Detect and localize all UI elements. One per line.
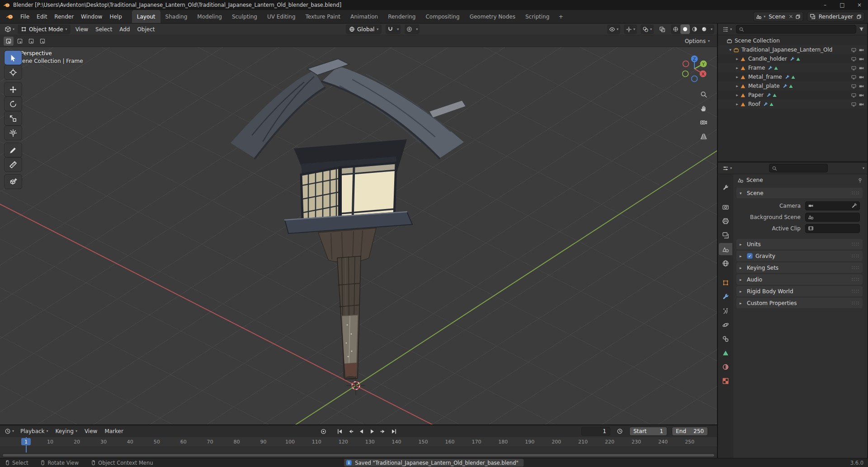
timeline-menu-view[interactable]: View bbox=[81, 428, 101, 434]
outliner-row-traditional-japanese-lantern-old[interactable]: ▾ Traditional_Japanese_Lantern_Old bbox=[718, 45, 867, 54]
viewport-menu-view[interactable]: View bbox=[72, 26, 92, 33]
outliner-row-candle-holder[interactable]: ▸ Candle_holder bbox=[718, 54, 867, 63]
workspace-tab-texture-paint[interactable]: Texture Paint bbox=[301, 10, 345, 23]
properties-tab-data[interactable] bbox=[719, 347, 732, 359]
workspace-tab-layout[interactable]: Layout bbox=[132, 10, 160, 23]
properties-tab-tool[interactable] bbox=[719, 181, 732, 194]
play-button[interactable] bbox=[367, 427, 377, 436]
disable-viewport-icon[interactable] bbox=[851, 47, 857, 53]
properties-tab-output[interactable] bbox=[719, 215, 732, 227]
expand-right-icon[interactable]: ▸ bbox=[734, 102, 740, 106]
proportional-editing-toggle[interactable] bbox=[405, 24, 414, 34]
chevron-down-icon[interactable]: ▾ bbox=[863, 167, 864, 170]
tool-annotate[interactable] bbox=[5, 143, 22, 157]
key-next-button[interactable] bbox=[378, 427, 388, 436]
shading-rendered-button[interactable] bbox=[699, 24, 709, 34]
new-scene-icon[interactable] bbox=[795, 14, 801, 19]
disable-render-icon[interactable] bbox=[859, 65, 864, 71]
panel-keying-sets[interactable]: ▸Keying Sets bbox=[736, 262, 863, 273]
pan-button[interactable] bbox=[698, 103, 709, 114]
view-layer-selector[interactable]: RenderLayer bbox=[807, 12, 864, 21]
expand-right-icon[interactable]: ▸ bbox=[734, 57, 740, 61]
shading-material-button[interactable] bbox=[690, 24, 699, 34]
properties-tab-modifiers[interactable] bbox=[719, 291, 732, 303]
timeline-scrollbar[interactable] bbox=[0, 453, 717, 458]
tool-cursor[interactable] bbox=[5, 65, 22, 79]
viewport-menu-select[interactable]: Select bbox=[92, 26, 116, 33]
select-mode-set-button[interactable] bbox=[4, 37, 14, 46]
disable-render-icon[interactable] bbox=[859, 83, 864, 89]
workspace-tab-rendering[interactable]: Rendering bbox=[383, 10, 420, 23]
workspace-tab-geometry-nodes[interactable]: Geometry Nodes bbox=[465, 10, 520, 23]
select-mode-intersect-button[interactable] bbox=[38, 37, 47, 46]
disable-viewport-icon[interactable] bbox=[851, 65, 857, 71]
outliner-row-roof[interactable]: ▸ Roof bbox=[718, 100, 867, 109]
properties-tab-constraints[interactable] bbox=[719, 333, 732, 345]
properties-tab-texture[interactable] bbox=[719, 375, 732, 387]
expand-right-icon[interactable]: ▸ bbox=[734, 66, 740, 70]
gizmos-dropdown[interactable]: ▾ bbox=[624, 24, 637, 34]
tool-select-box[interactable] bbox=[5, 51, 22, 65]
timeline-menu-playback[interactable]: Playback▾ bbox=[17, 428, 52, 434]
menu-help[interactable]: Help bbox=[106, 10, 125, 23]
disable-render-icon[interactable] bbox=[859, 56, 864, 62]
nav-gizmo[interactable]: Z Y X bbox=[676, 49, 712, 85]
viewport-canvas[interactable]: User Perspective (1) Scene Collection | … bbox=[0, 47, 717, 424]
expand-right-icon[interactable]: ▸ bbox=[734, 84, 740, 88]
timeline-menu-keying[interactable]: Keying▾ bbox=[52, 428, 81, 434]
workspace-tab-sculpting[interactable]: Sculpting bbox=[227, 10, 262, 23]
properties-search-input[interactable] bbox=[769, 164, 828, 172]
disable-viewport-icon[interactable] bbox=[851, 92, 857, 98]
viewport-menu-add[interactable]: Add bbox=[116, 26, 133, 33]
timeline-editor-type-button[interactable]: ▾ bbox=[3, 427, 16, 436]
close-button[interactable]: × bbox=[851, 0, 868, 10]
disable-viewport-icon[interactable] bbox=[851, 56, 857, 62]
outliner-row-paper[interactable]: ▸ Paper bbox=[718, 91, 867, 100]
disable-render-icon[interactable] bbox=[859, 101, 864, 107]
start-frame-field[interactable]: Start1 bbox=[629, 427, 667, 436]
disable-viewport-icon[interactable] bbox=[851, 101, 857, 107]
overlays-dropdown[interactable]: ▾ bbox=[641, 24, 654, 34]
workspace-tab-modeling[interactable]: Modeling bbox=[192, 10, 227, 23]
panel-custom-properties[interactable]: ▸Custom Properties bbox=[736, 298, 863, 308]
panel-units[interactable]: ▸Units bbox=[736, 239, 863, 249]
editor-type-button[interactable]: ▾ bbox=[3, 24, 16, 34]
proportional-dropdown[interactable]: ▾ bbox=[414, 24, 420, 34]
panel-gravity[interactable]: ▸✓Gravity bbox=[736, 251, 863, 261]
current-frame-field[interactable]: 1 bbox=[581, 427, 610, 436]
properties-tab-world[interactable] bbox=[719, 257, 732, 269]
active-clip-selector[interactable] bbox=[805, 224, 860, 233]
properties-editor-type-button[interactable]: ▾ bbox=[721, 163, 734, 173]
camera-selector[interactable] bbox=[805, 201, 860, 210]
options-dropdown[interactable]: Options▾ bbox=[681, 38, 713, 44]
jump-start-button[interactable] bbox=[335, 427, 344, 436]
properties-tab-render[interactable] bbox=[719, 201, 732, 213]
menu-window[interactable]: Window bbox=[77, 10, 106, 23]
preview-range-button[interactable] bbox=[615, 427, 625, 436]
shading-wireframe-button[interactable] bbox=[671, 24, 680, 34]
maximize-button[interactable]: □ bbox=[834, 0, 851, 10]
jump-end-button[interactable] bbox=[389, 427, 399, 436]
minimize-button[interactable]: – bbox=[816, 0, 834, 10]
tool-scale[interactable] bbox=[5, 111, 22, 125]
workspace-tab-uv-editing[interactable]: UV Editing bbox=[262, 10, 301, 23]
zoom-button[interactable] bbox=[698, 89, 709, 100]
properties-tab-object[interactable] bbox=[719, 276, 732, 289]
tool-transform[interactable] bbox=[5, 126, 22, 140]
timeline-canvas[interactable]: 1020304050607080901001101201301401501601… bbox=[0, 437, 717, 453]
outliner-search-input[interactable] bbox=[736, 25, 856, 33]
outliner-editor-type-button[interactable]: ▾ bbox=[721, 24, 734, 34]
disable-render-icon[interactable] bbox=[859, 47, 864, 53]
xray-toggle[interactable] bbox=[657, 24, 667, 34]
timeline-playhead[interactable]: 1 bbox=[26, 437, 27, 453]
panel-audio[interactable]: ▸Audio bbox=[736, 274, 863, 285]
disable-render-icon[interactable] bbox=[859, 74, 864, 80]
orientation-dropdown[interactable]: Global ▾ bbox=[346, 24, 382, 34]
properties-tab-view-layer[interactable] bbox=[719, 229, 732, 241]
object-visibility-dropdown[interactable]: ▾ bbox=[607, 24, 620, 34]
play-reverse-button[interactable] bbox=[356, 427, 366, 436]
viewport-menu-object[interactable]: Object bbox=[133, 26, 158, 33]
timeline-ruler[interactable]: 1020304050607080901001101201301401501601… bbox=[0, 437, 717, 447]
expand-right-icon[interactable]: ▸ bbox=[734, 75, 740, 79]
lantern-model[interactable] bbox=[217, 53, 479, 402]
